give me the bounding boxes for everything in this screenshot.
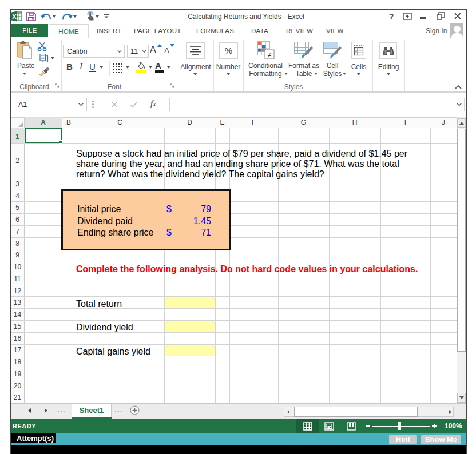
svg-text:≠: ≠ — [268, 51, 272, 59]
svg-text:X: X — [12, 13, 17, 20]
